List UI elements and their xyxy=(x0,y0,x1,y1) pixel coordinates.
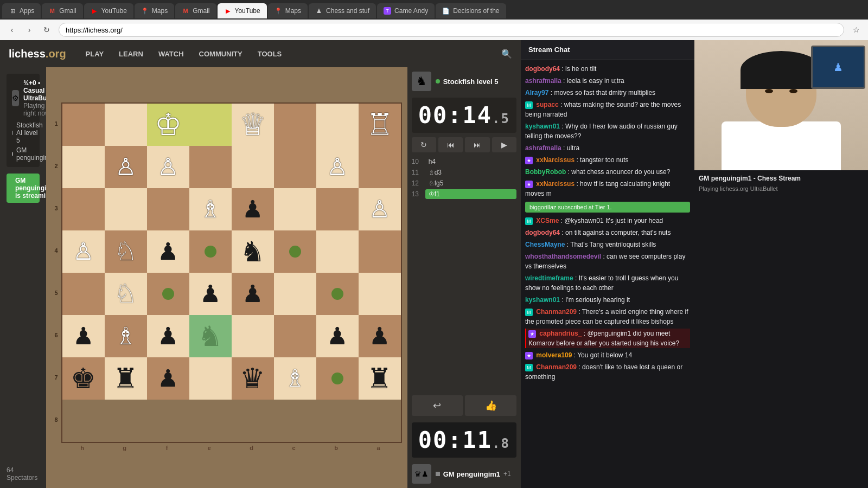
square-f7[interactable]: ♙ xyxy=(147,146,189,188)
square-d3[interactable] xyxy=(232,315,274,357)
reload-button[interactable]: ↻ xyxy=(39,22,54,37)
nav-learn[interactable]: LEARN xyxy=(112,46,150,62)
square-g6[interactable] xyxy=(105,188,147,230)
square-d8[interactable]: ♕ xyxy=(232,104,274,146)
square-a3[interactable]: ♟ xyxy=(359,315,401,357)
square-e2[interactable] xyxy=(189,357,232,400)
tab-gmail2[interactable]: M Gmail xyxy=(175,3,216,18)
tab-youtube1[interactable]: ▶ YouTube xyxy=(84,3,133,18)
move-11[interactable]: ♗d3 xyxy=(425,168,516,177)
square-b3[interactable]: ♟ xyxy=(316,315,359,357)
tab-decisions[interactable]: 📄 Decisions of the xyxy=(436,3,506,18)
nav-play[interactable]: PLAY xyxy=(79,46,110,62)
square-b6[interactable] xyxy=(316,188,359,230)
square-c4[interactable] xyxy=(274,273,316,315)
square-c3[interactable] xyxy=(274,315,316,357)
square-a2[interactable]: ♜ xyxy=(359,357,401,400)
square-f3[interactable]: ♟ xyxy=(147,315,189,357)
square-e3[interactable]: ♞ xyxy=(189,315,232,357)
square-b5[interactable] xyxy=(316,230,359,273)
prev-move-button[interactable]: ⏭ xyxy=(465,137,489,152)
square-d4[interactable]: ♟ xyxy=(232,273,274,315)
tab-maps2[interactable]: 📍 Maps xyxy=(268,3,308,18)
square-f5[interactable]: ♟ xyxy=(147,230,189,273)
square-a7[interactable] xyxy=(359,146,401,188)
square-e7[interactable] xyxy=(189,146,232,188)
tab-youtube2[interactable]: ▶ YouTube xyxy=(218,3,267,18)
address-bar: ‹ › ↻ ☆ xyxy=(0,20,868,40)
streaming-badge[interactable]: GM penguingim1 is streaming xyxy=(7,174,40,203)
tab-maps1[interactable]: 📍 Maps xyxy=(135,3,174,18)
square-g2[interactable]: ♜ xyxy=(105,357,147,400)
square-g7[interactable]: ♙ xyxy=(105,146,147,188)
msg-ashraf2: ashrafmalla : ultra xyxy=(525,143,690,153)
undo-button[interactable]: ↩ xyxy=(412,395,463,416)
square-b2[interactable] xyxy=(316,357,359,400)
square-h5[interactable]: ♙ xyxy=(62,230,105,273)
square-e4[interactable]: ♟ xyxy=(189,273,232,315)
square-h4[interactable] xyxy=(62,273,105,315)
square-b7[interactable]: ♙ xyxy=(316,146,359,188)
tab-gmail1[interactable]: M Gmail xyxy=(42,3,82,18)
square-c7[interactable] xyxy=(274,146,316,188)
first-move-button[interactable]: ⏮ xyxy=(438,137,463,152)
search-icon[interactable]: 🔍 xyxy=(501,49,512,59)
black-pawn-d4: ♟ xyxy=(242,282,263,306)
square-f6[interactable] xyxy=(147,188,189,230)
msg-xcsme: M XCSme : @kyshawn01 It's just in your h… xyxy=(525,216,690,226)
back-button[interactable]: ‹ xyxy=(4,22,20,37)
forward-button[interactable]: › xyxy=(22,22,37,37)
square-h8[interactable] xyxy=(62,104,105,146)
tab-game-andy[interactable]: T Came Andy xyxy=(377,3,435,18)
square-a8[interactable]: ♖ xyxy=(359,104,401,146)
square-b8[interactable] xyxy=(316,104,359,146)
square-c6[interactable] xyxy=(274,188,316,230)
chat-text-ashraf1: : leela is easy in u;tra xyxy=(563,77,624,85)
move-12[interactable]: ♘fg5 xyxy=(425,178,516,188)
square-c8[interactable] xyxy=(274,104,316,146)
square-d7[interactable] xyxy=(232,146,274,188)
square-f4[interactable] xyxy=(147,273,189,315)
url-input[interactable] xyxy=(59,23,844,37)
tab-apps[interactable]: ⊞ Apps xyxy=(2,3,41,18)
chat-text-xxnarc1: : tangster too nuts xyxy=(576,156,628,164)
nav-community[interactable]: COMMUNITY xyxy=(193,46,249,62)
moves-list: 10 h4 11 ♗d3 12 ♘fg5 13 xyxy=(412,157,516,199)
thumbsup-button[interactable]: 👍 xyxy=(465,395,516,416)
bookmark-button[interactable]: ☆ xyxy=(848,22,864,37)
square-f2[interactable]: ♟ xyxy=(147,357,189,400)
settings-icon[interactable]: ⚙ xyxy=(12,90,19,106)
opponent-info: Stockfish level 5 xyxy=(436,78,499,86)
move-13[interactable]: ♔f1 xyxy=(425,189,516,199)
nav-tools[interactable]: TOOLS xyxy=(251,46,289,62)
square-a4[interactable] xyxy=(359,273,401,315)
tab-chess-news[interactable]: ♟ Chess and stuf xyxy=(309,3,376,18)
square-e5[interactable] xyxy=(189,230,232,273)
square-h7[interactable] xyxy=(62,146,105,188)
chess-board[interactable]: ♔ ♕ xyxy=(61,102,402,443)
square-d6[interactable]: ♟ xyxy=(232,188,274,230)
square-f8[interactable]: ♔ xyxy=(147,104,189,146)
square-d5[interactable]: ♞ xyxy=(232,230,274,273)
square-g5[interactable]: ♘ xyxy=(105,230,147,273)
move-dot-b4 xyxy=(331,288,343,300)
square-a5[interactable] xyxy=(359,230,401,273)
next-move-button[interactable]: ▶ xyxy=(492,137,516,152)
square-a6[interactable]: ♙ xyxy=(359,188,401,230)
square-h3[interactable]: ♟ xyxy=(62,315,105,357)
square-e6[interactable]: ♗ xyxy=(189,188,232,230)
square-g4[interactable]: ♘ xyxy=(105,273,147,315)
square-c5[interactable] xyxy=(274,230,316,273)
opponent-area: ♞ Stockfish level 5 xyxy=(407,67,521,95)
sync-button[interactable]: ↻ xyxy=(412,137,436,152)
square-d2[interactable]: ♛ xyxy=(232,357,274,400)
square-b4[interactable] xyxy=(316,273,359,315)
square-e8[interactable] xyxy=(189,104,232,146)
nav-watch[interactable]: WATCH xyxy=(152,46,190,62)
square-h2[interactable]: ♚ xyxy=(62,357,105,400)
square-c2[interactable]: ♗ xyxy=(274,357,316,400)
square-g3[interactable]: ♗ xyxy=(105,315,147,357)
square-h6[interactable] xyxy=(62,188,105,230)
move-10[interactable]: h4 xyxy=(425,157,516,166)
square-g8[interactable] xyxy=(105,104,147,146)
